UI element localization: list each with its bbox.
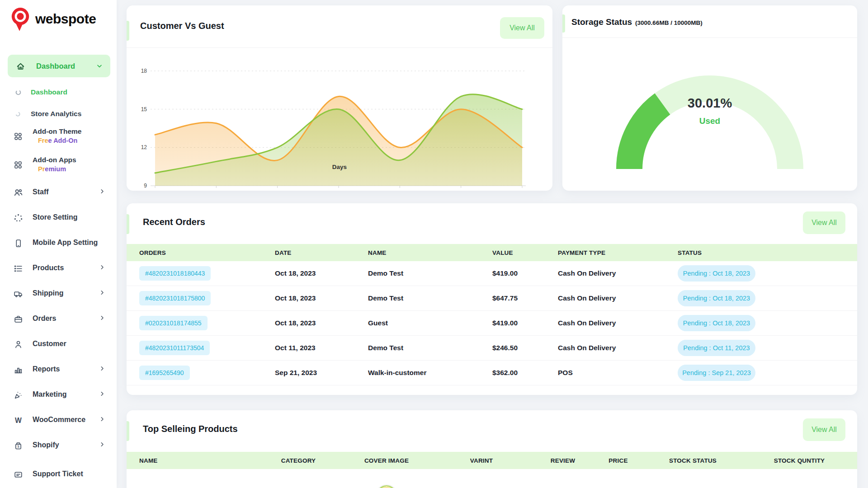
chevron-down-icon	[96, 62, 103, 70]
sidebar-item-customer[interactable]: Customer	[0, 335, 117, 353]
col-name: NAME	[355, 249, 480, 256]
order-table-row: #4820231011173504 Oct 11, 2023 Demo Test…	[127, 336, 857, 361]
top-products-title: Top Selleing Products	[143, 424, 238, 434]
svg-text:12: 12	[141, 144, 147, 150]
sidebar-item-woocommerce[interactable]: W WooCommerce	[0, 411, 117, 429]
order-id-link[interactable]: #020231018174855	[139, 316, 208, 330]
sidebar-group-label: Dashboard	[36, 62, 96, 70]
sidebar-item-dashboard[interactable]: Dashboard	[0, 84, 117, 100]
bar-chart-icon	[14, 365, 23, 375]
storage-subtitle: (3000.66MB / 10000MB)	[635, 19, 703, 26]
brand-logo[interactable]: webspote	[10, 6, 96, 32]
addon-theme-title: Add-on Theme	[33, 127, 82, 136]
sidebar-item-marketing[interactable]: Marketing	[0, 386, 117, 404]
home-icon	[16, 61, 25, 71]
order-id-link[interactable]: #4820231018175800	[139, 291, 211, 305]
sidebar-item-shopify[interactable]: S Shopify	[0, 436, 117, 455]
logo-pin-icon	[10, 6, 31, 32]
apps-grid-icon	[14, 160, 23, 169]
sidebar-item-store-setting[interactable]: Store Setting	[0, 209, 117, 227]
chevron-right-icon	[99, 416, 106, 422]
store-setting-icon	[14, 213, 23, 223]
addon-apps-badge: Premium	[38, 165, 66, 173]
card-accent-bar	[127, 214, 129, 234]
megaphone-icon	[14, 390, 23, 400]
chart-view-all-button[interactable]: View All	[500, 17, 544, 39]
divider	[562, 38, 857, 38]
brand-name: webspote	[35, 11, 96, 27]
sidebar-item-label: Store Analytics	[31, 110, 81, 118]
top-products-table-header: NAME CATEGORY COVER IMAGE VARINT REVIEW …	[127, 452, 857, 469]
chevron-right-icon	[99, 441, 106, 448]
sidebar-item-orders[interactable]: Orders	[0, 310, 117, 328]
order-table-row: #020231018174855 Oct 18, 2023 Guest $419…	[127, 311, 857, 336]
top-products-view-all-button[interactable]: View All	[803, 418, 845, 441]
col-cover-image: COVER IMAGE	[344, 457, 429, 464]
shopify-bag-icon: S	[14, 441, 23, 450]
order-id-link[interactable]: #1695265490	[139, 366, 190, 380]
col-price: PRICE	[592, 457, 644, 464]
storage-title: Storage Status	[571, 17, 632, 27]
card-accent-bar	[562, 14, 565, 33]
order-date: Oct 18, 2023	[262, 269, 355, 277]
order-value: $419.00	[480, 319, 545, 327]
sidebar-item-store-analytics[interactable]: Store Analytics	[0, 106, 117, 122]
col-stock-status: STOCK STATUS	[644, 457, 741, 464]
sidebar-item-reports[interactable]: Reports	[0, 361, 117, 379]
sidebar-item-products[interactable]: Products	[0, 259, 117, 277]
spinner-icon	[15, 111, 21, 117]
sidebar-item-staff[interactable]: Staff	[0, 183, 117, 202]
order-status-badge: Pending : Oct 18, 2023	[678, 315, 755, 331]
svg-text:18: 18	[141, 68, 147, 74]
order-status-badge: Pending : Sep 21, 2023	[678, 365, 755, 381]
chevron-right-icon	[99, 365, 106, 372]
col-status: STATUS	[665, 249, 857, 256]
recent-orders-card: Recent Orders View All ORDERS DATE NAME …	[127, 203, 857, 395]
sidebar-group-dashboard[interactable]: Dashboard	[8, 55, 110, 77]
storage-percent: 30.01%	[562, 96, 857, 111]
col-varint: VARINT	[429, 457, 533, 464]
order-value: $419.00	[480, 269, 545, 277]
support-ticket-icon	[14, 470, 23, 479]
recent-orders-title: Recent Orders	[143, 217, 205, 227]
order-status-badge: Pending : Oct 18, 2023	[678, 290, 755, 306]
order-id-link[interactable]: #4820231018180443	[139, 266, 211, 281]
svg-text:9: 9	[144, 183, 147, 189]
sidebar-item-mobile-app-setting[interactable]: Mobile App Setting	[0, 234, 117, 252]
order-name: Demo Test	[355, 294, 480, 302]
order-table-row: #4820231018180443 Oct 18, 2023 Demo Test…	[127, 261, 857, 286]
orders-view-all-button[interactable]: View All	[803, 211, 845, 234]
order-date: Oct 18, 2023	[262, 319, 355, 327]
order-payment: Cash On Delivery	[545, 319, 665, 327]
card-accent-bar	[127, 21, 129, 41]
order-table-row: #1695265490 Sep 21, 2023 Walk-in-custome…	[127, 361, 857, 385]
sidebar-item-shipping[interactable]: Shipping	[0, 285, 117, 303]
chevron-right-icon	[99, 314, 106, 321]
order-date: Sep 21, 2023	[262, 369, 355, 377]
col-value: VALUE	[480, 249, 545, 256]
order-name: Demo Test	[355, 269, 480, 277]
svg-text:W: W	[15, 417, 22, 424]
order-payment: POS	[545, 369, 665, 377]
col-date: DATE	[262, 249, 355, 256]
col-stock-quntity: STOCK QUNTITY	[741, 457, 857, 464]
briefcase-icon	[14, 314, 23, 324]
woocommerce-icon: W	[14, 416, 23, 425]
order-status-badge: Pending : Oct 18, 2023	[678, 265, 755, 282]
sidebar-item-support-ticket[interactable]: Support Ticket	[0, 465, 117, 483]
card-accent-bar	[127, 421, 129, 441]
chart-card-title: Customer Vs Guest	[140, 21, 224, 31]
chevron-right-icon	[99, 390, 106, 397]
apps-grid-icon	[14, 132, 23, 141]
order-payment: Cash On Delivery	[545, 344, 665, 352]
addon-apps-title: Add-on Apps	[33, 156, 76, 164]
storage-status-card: Storage Status (3000.66MB / 10000MB) 30.…	[562, 5, 857, 191]
chevron-right-icon	[99, 264, 106, 271]
order-name: Guest	[355, 319, 480, 327]
order-status-badge: Pending : Oct 11, 2023	[678, 340, 755, 356]
product-cover-image	[375, 484, 398, 488]
products-icon	[14, 264, 23, 273]
order-table-row: #4820231018175800 Oct 18, 2023 Demo Test…	[127, 286, 857, 311]
staff-icon	[14, 188, 23, 197]
order-id-link[interactable]: #4820231011173504	[139, 341, 210, 355]
